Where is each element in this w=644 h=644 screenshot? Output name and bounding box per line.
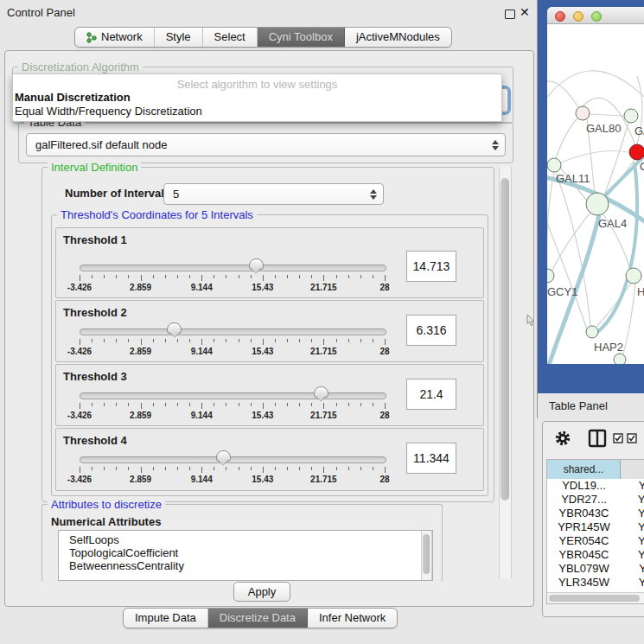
network-node[interactable] (624, 109, 638, 123)
node-attribute-table[interactable]: shared... na YDL19...YDL1...YDR27...YDR2… (546, 459, 644, 604)
num-intervals-combobox[interactable]: 5 (163, 183, 384, 205)
network-node[interactable] (626, 268, 641, 284)
network-edge[interactable] (556, 118, 577, 158)
table-cell[interactable]: YER0... (621, 534, 644, 548)
table-cell[interactable]: YPR145W (547, 520, 621, 534)
network-edge[interactable] (596, 284, 631, 327)
table-cell[interactable]: YBR0... (621, 548, 644, 562)
table-row[interactable]: YIL053CYIL0... (547, 590, 644, 591)
threshold-value-field[interactable]: 11.344 (406, 443, 456, 474)
tab-style[interactable]: Style (155, 28, 203, 47)
checkbox-icon[interactable] (627, 433, 637, 443)
slider-thumb[interactable] (249, 258, 264, 270)
table-row[interactable]: YBR045CYBR0... (547, 548, 644, 562)
tab-jactivemnodules[interactable]: jActiveMNodules (345, 28, 451, 47)
scrollbar-thumb[interactable] (549, 595, 640, 602)
tab-network[interactable]: Network (75, 28, 155, 47)
table-cell[interactable]: YDR27... (547, 493, 621, 507)
slider-track[interactable] (80, 328, 386, 335)
scrollbar-thumb[interactable] (423, 534, 430, 574)
threshold-value-field[interactable]: 21.4 (406, 379, 456, 410)
table-row[interactable]: YDR27...YDR2... (547, 493, 644, 507)
tab-infer-network[interactable]: Infer Network (308, 609, 397, 628)
table-cell[interactable]: YIL053C (547, 590, 621, 591)
table-cell[interactable]: YIL0... (621, 590, 644, 591)
table-cell[interactable]: YDR2... (621, 493, 644, 507)
attributes-scrollbar[interactable] (421, 531, 432, 580)
column-header-shared-name[interactable]: shared... (547, 460, 621, 479)
network-window[interactable]: GAL80GACGAL11GAL4GCY1HHAP2 (547, 7, 644, 364)
threshold-slider[interactable]: -3.4262.8599.14415.4321.71528 (80, 389, 385, 418)
split-view-icon[interactable] (588, 429, 607, 448)
table-cell[interactable]: YDL19... (547, 479, 621, 493)
slider-thumb[interactable] (314, 386, 328, 398)
tab-discretize-data[interactable]: Discretize Data (208, 609, 308, 628)
network-node[interactable] (547, 158, 561, 172)
table-cell[interactable]: YLR345W (547, 576, 621, 590)
network-edge[interactable] (596, 163, 637, 334)
threshold-value-field[interactable]: 14.713 (406, 251, 456, 282)
threshold-slider[interactable]: -3.4262.8599.14415.4321.71528 (80, 453, 385, 482)
tab-select[interactable]: Select (203, 28, 258, 47)
tick-label: 21.715 (310, 283, 337, 292)
column-header-name[interactable]: na (621, 460, 644, 479)
table-cell[interactable]: YBR045C (547, 548, 621, 562)
slider-thumb[interactable] (216, 450, 231, 462)
tab-cyni-toolbox[interactable]: Cyni Toolbox (258, 28, 345, 47)
table-cell[interactable]: YER054C (547, 534, 621, 548)
scrollbar-thumb[interactable] (501, 178, 509, 501)
slider-track[interactable] (80, 392, 386, 399)
table-cell[interactable]: YBR043C (547, 507, 621, 520)
tick-label: 15.43 (252, 283, 273, 292)
network-node[interactable] (576, 106, 590, 120)
table-cell[interactable]: YPR1... (621, 520, 644, 534)
table-row[interactable]: YBR043CYBR0... (547, 507, 644, 520)
network-edge[interactable] (590, 114, 624, 116)
table-header-row: shared... na (547, 460, 644, 479)
apply-button[interactable]: Apply (233, 582, 290, 602)
network-edge[interactable] (547, 81, 578, 107)
threshold-slider[interactable]: -3.4262.8599.14415.4321.71528 (80, 261, 385, 290)
gear-icon[interactable] (554, 430, 571, 447)
slider-track[interactable] (80, 265, 386, 271)
table-cell[interactable]: YDL1... (621, 479, 644, 493)
network-edge[interactable] (547, 172, 554, 269)
attribute-item[interactable]: TopologicalCoefficient (59, 546, 432, 559)
slider-thumb[interactable] (167, 322, 182, 334)
table-row[interactable]: YER054CYER0... (547, 534, 644, 548)
tab-impute-data[interactable]: Impute Data (124, 609, 208, 628)
dropdown-option-equal-width[interactable]: Equal Width/Frequency Discretization (15, 105, 202, 118)
minimize-traffic-light-icon[interactable] (573, 11, 583, 22)
threshold-value-field[interactable]: 6.316 (406, 315, 456, 346)
attributes-listbox[interactable]: SelfLoopsTopologicalCoefficientBetweenne… (58, 530, 433, 581)
dropdown-option-manual[interactable]: Manual Discretization (15, 91, 131, 104)
network-node[interactable] (547, 269, 554, 283)
threshold-slider[interactable]: -3.4262.8599.14415.4321.71528 (80, 325, 385, 354)
network-node[interactable] (586, 326, 598, 338)
checkbox-icon[interactable] (613, 433, 623, 443)
content-scrollbar[interactable] (499, 167, 512, 578)
table-row[interactable]: YBL079WYBL0... (547, 562, 644, 576)
table-cell[interactable]: YBL0... (621, 562, 644, 576)
network-node[interactable] (629, 144, 644, 160)
zoom-traffic-light-icon[interactable] (591, 11, 602, 22)
table-data-combobox[interactable]: galFiltered.sif default node (26, 133, 506, 156)
table-cell[interactable]: YBR0... (621, 507, 644, 520)
slider-track[interactable] (80, 456, 386, 463)
attribute-item[interactable]: BetweennessCentrality (59, 559, 432, 572)
table-row[interactable]: YPR145WYPR1... (547, 520, 644, 534)
table-row[interactable]: YLR345WYLR3... (547, 576, 644, 590)
float-icon[interactable] (505, 10, 515, 19)
network-edge[interactable] (623, 284, 635, 354)
table-horizontal-scrollbar[interactable] (547, 592, 644, 603)
attribute-item[interactable]: SelfLoops (59, 533, 432, 546)
network-canvas[interactable]: GAL80GACGAL11GAL4GCY1HHAP2 (547, 24, 644, 364)
network-node[interactable] (614, 354, 626, 364)
table-cell[interactable]: YLR3... (621, 576, 644, 590)
table-row[interactable]: YDL19...YDL1... (547, 479, 644, 493)
close-traffic-light-icon[interactable] (555, 11, 565, 22)
network-edge[interactable] (547, 71, 644, 106)
table-cell[interactable]: YBL079W (547, 562, 621, 576)
network-node[interactable] (586, 193, 609, 215)
close-icon[interactable]: ✕ (520, 5, 530, 19)
